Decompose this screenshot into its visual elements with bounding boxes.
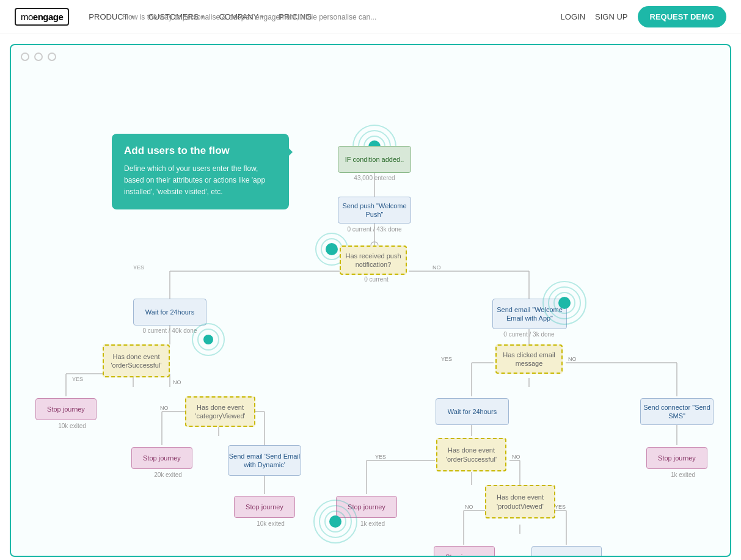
window-dot-1 <box>21 53 29 61</box>
svg-text:YES: YES <box>441 356 452 362</box>
logo[interactable]: moengage <box>15 8 69 26</box>
nav-cta: LOGIN SIGN UP REQUEST DEMO <box>561 6 726 27</box>
svg-text:YES: YES <box>133 264 144 271</box>
navbar: moengage PRODUCT ▾ CUSTOMERS ▾ COMPANY ▾… <box>0 0 741 34</box>
svg-text:NO: NO <box>173 379 181 385</box>
pulse-dot <box>326 243 338 255</box>
window-controls <box>11 45 730 68</box>
window-dot-2 <box>34 53 43 61</box>
login-button[interactable]: LOGIN <box>561 12 585 21</box>
stop-journey-3-stat: 10k exited <box>234 520 307 527</box>
pulse-dot <box>558 297 571 309</box>
tooltip-title: Add users to the flow <box>124 145 277 157</box>
stop-journey-5-node[interactable]: Stop journey <box>646 447 707 469</box>
stop-journey-1-node[interactable]: Stop journey <box>35 398 97 420</box>
tooltip-add-users: Add users to the flow Define which of yo… <box>112 134 289 209</box>
send-email-dynamic-node[interactable]: Send email 'Send Email with Dynamic' <box>228 445 301 476</box>
send-push-stat: 0 current / 43k done <box>338 226 411 233</box>
svg-text:YES: YES <box>375 454 386 460</box>
window-dot-3 <box>48 53 56 61</box>
svg-text:NO: NO <box>465 504 473 510</box>
connector-lines: YES NO YES NO NO YES YES NO YES NO NO YE… <box>11 45 730 556</box>
stop-journey-1-stat: 10k exited <box>35 423 109 429</box>
has-done-product-node[interactable]: Has done event 'productViewed' <box>485 485 555 518</box>
pulse-dot <box>329 515 341 528</box>
has-done-category-node[interactable]: Has done event 'categoryViewed' <box>185 396 255 427</box>
send-email-pulse <box>550 288 579 318</box>
send-email-product-node[interactable]: Send email 'Send Email with product Re' <box>531 546 602 557</box>
pulse-dot <box>203 335 213 344</box>
svg-text:NO: NO <box>160 405 169 411</box>
has-done-order-node[interactable]: Has done event 'orderSuccessful' <box>103 344 170 377</box>
stop-journey-5-stat: 1k exited <box>646 471 720 478</box>
has-clicked-email-node[interactable]: Has clicked email message <box>495 344 563 374</box>
tooltip-text: Define which of your users enter the flo… <box>124 163 277 198</box>
svg-text:NO: NO <box>433 264 441 271</box>
wait-24h-left-node[interactable]: Wait for 24hours <box>133 299 206 325</box>
has-received-stat: 0 current <box>340 276 413 283</box>
request-demo-button[interactable]: REQUEST DEMO <box>638 6 726 27</box>
flow-canvas: Add users to the flow Define which of yo… <box>10 44 731 557</box>
wait-left-pulse <box>196 327 221 352</box>
bottom-pulse <box>321 507 350 536</box>
has-done-order-right-node[interactable]: Has done event 'orderSuccessful' <box>436 438 506 471</box>
svg-text:NO: NO <box>512 454 520 460</box>
stop-journey-3-node[interactable]: Stop journey <box>234 496 295 518</box>
if-condition-node[interactable]: IF condition added.. <box>338 146 411 173</box>
send-push-node[interactable]: Send push "Welcome Push" <box>338 197 411 224</box>
svg-text:YES: YES <box>72 376 83 382</box>
wait-24h-right-node[interactable]: Wait for 24hours <box>436 398 509 425</box>
signup-button[interactable]: SIGN UP <box>595 12 627 21</box>
svg-text:NO: NO <box>568 356 577 362</box>
svg-text:YES: YES <box>555 504 566 510</box>
stop-journey-2-node[interactable]: Stop journey <box>131 447 192 469</box>
logo-text: moengage <box>15 8 69 26</box>
stop-journey-6-node[interactable]: Stop journey <box>434 546 495 557</box>
nav-ticker: Flow is the way to personalise & deepen … <box>122 13 376 21</box>
if-condition-stat: 43,000 entered <box>338 175 411 181</box>
send-email-welcome-stat: 0 current / 3k done <box>492 331 566 338</box>
stop-journey-2-stat: 20k exited <box>131 471 205 478</box>
send-connector-node[interactable]: Send connector "Send SMS" <box>640 398 714 425</box>
has-received-push-node[interactable]: Has received push notification? <box>340 245 407 275</box>
